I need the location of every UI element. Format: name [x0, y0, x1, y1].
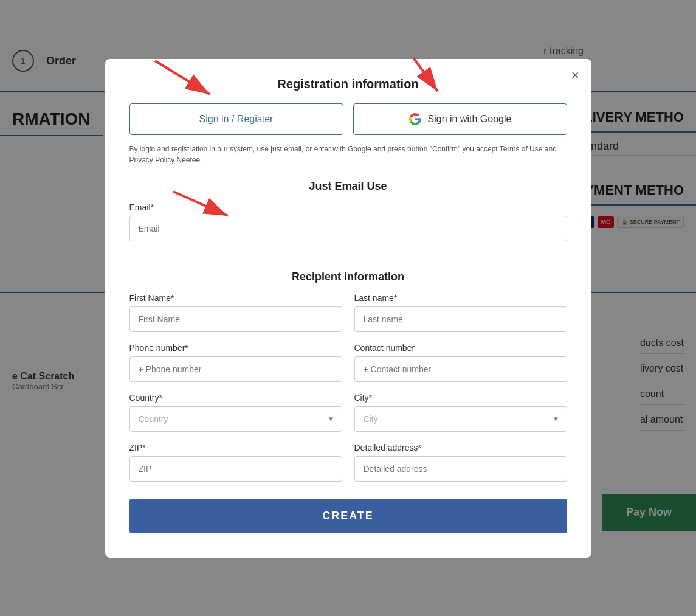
email-group: Email* — [129, 202, 567, 258]
google-icon — [408, 112, 422, 126]
email-input[interactable] — [129, 216, 567, 241]
location-row: Country* Country ▼ City* City ▼ — [129, 393, 567, 432]
auth-buttons-row: Sign in / Register Sign in with Google — [129, 103, 567, 135]
terms-text: By login and registration in our system,… — [129, 144, 567, 165]
detailed-label: Detailed address* — [354, 443, 567, 452]
google-button-label: Sign in with Google — [428, 114, 512, 125]
last-name-input[interactable] — [354, 306, 567, 332]
close-button[interactable]: × — [571, 69, 579, 82]
last-name-label: Last name* — [354, 293, 567, 303]
detailed-input[interactable] — [354, 456, 567, 482]
phone-label: Phone number* — [129, 343, 342, 353]
modal-title: Registration information — [129, 77, 567, 91]
phone-group: Phone number* — [129, 343, 342, 382]
city-label: City* — [354, 393, 567, 403]
name-row: First Name* Last name* — [129, 293, 567, 332]
country-select[interactable]: Country — [129, 406, 342, 432]
city-group: City* City ▼ — [354, 393, 567, 432]
phone-row: Phone number* Contact number — [129, 343, 567, 382]
zip-label: ZIP* — [129, 443, 342, 452]
country-select-wrapper: Country ▼ — [129, 406, 342, 432]
email-section-title: Just Email Use — [129, 180, 567, 193]
last-name-group: Last name* — [354, 293, 567, 332]
city-select-wrapper: City ▼ — [354, 406, 567, 432]
first-name-input[interactable] — [129, 306, 342, 332]
signin-google-button[interactable]: Sign in with Google — [353, 103, 567, 135]
contact-input[interactable] — [354, 356, 567, 382]
address-row: ZIP* Detailed address* — [129, 443, 567, 482]
first-name-label: First Name* — [129, 293, 342, 303]
country-label: Country* — [129, 393, 342, 403]
signin-register-button[interactable]: Sign in / Register — [129, 103, 343, 135]
recipient-title: Recipient information — [129, 271, 567, 283]
zip-group: ZIP* — [129, 443, 342, 482]
email-label: Email* — [129, 202, 567, 212]
create-button[interactable]: CREATE — [129, 499, 567, 533]
contact-group: Contact number — [354, 343, 567, 382]
country-group: Country* Country ▼ — [129, 393, 342, 432]
registration-modal: × Registration information Sign in / Reg… — [105, 59, 591, 558]
first-name-group: First Name* — [129, 293, 342, 332]
city-select[interactable]: City — [354, 406, 567, 432]
zip-input[interactable] — [129, 456, 342, 482]
phone-input[interactable] — [129, 356, 342, 382]
recipient-section: Recipient information First Name* Last n… — [129, 271, 567, 482]
detailed-group: Detailed address* — [354, 443, 567, 482]
contact-label: Contact number — [354, 343, 567, 353]
